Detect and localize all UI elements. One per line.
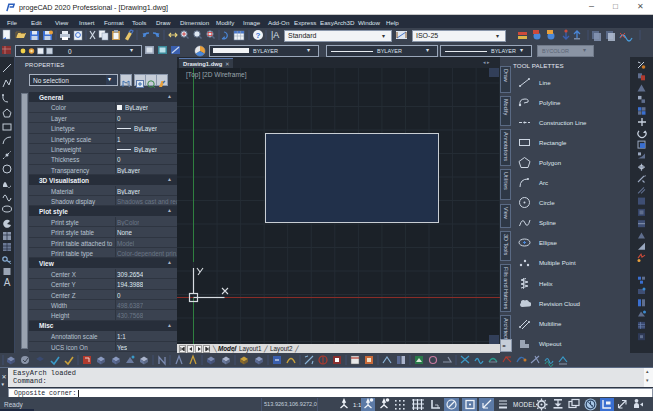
svg-text:1:1: 1:1 [353,402,362,408]
svg-text:|A: |A [271,30,279,40]
svg-text:MODEL: MODEL [513,401,537,408]
svg-text:?: ? [256,31,261,40]
svg-text:A: A [4,277,11,288]
